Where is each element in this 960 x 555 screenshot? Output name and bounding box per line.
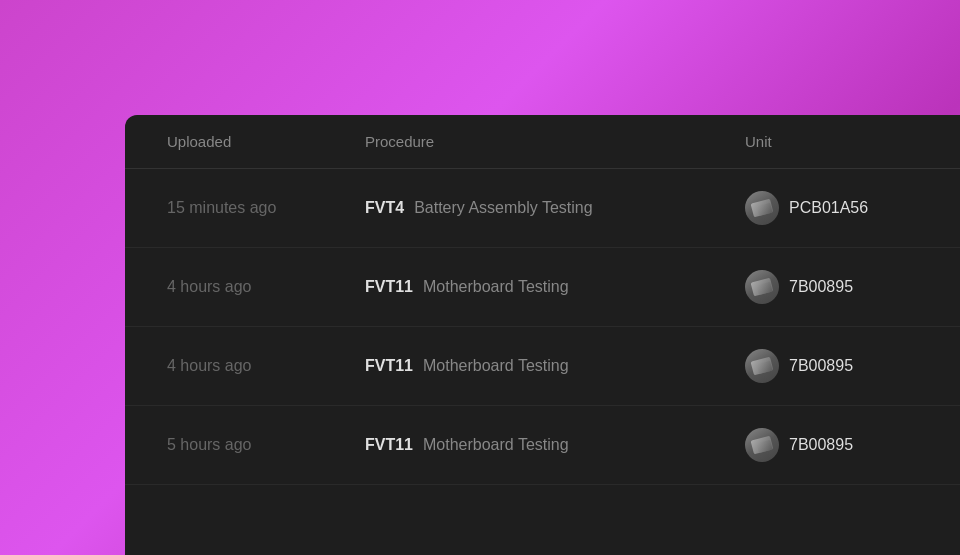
procedure-code: FVT11 — [365, 278, 413, 296]
table-row[interactable]: 4 hours ago FVT11 Motherboard Testing 7B… — [125, 327, 960, 406]
procedure-name: Motherboard Testing — [423, 436, 569, 454]
unit-icon — [745, 191, 779, 225]
table-container: Uploaded Procedure Unit 15 minutes ago F… — [125, 115, 960, 555]
main-panel: Uploaded Procedure Unit 15 minutes ago F… — [125, 115, 960, 555]
cell-unit: PCB01A56 — [725, 169, 960, 248]
cell-procedure: FVT11 Motherboard Testing — [345, 406, 725, 485]
data-table: Uploaded Procedure Unit 15 minutes ago F… — [125, 115, 960, 485]
table-header-row: Uploaded Procedure Unit — [125, 115, 960, 169]
unit-icon — [745, 349, 779, 383]
cell-uploaded: 4 hours ago — [125, 327, 345, 406]
table-row[interactable]: 15 minutes ago FVT4 Battery Assembly Tes… — [125, 169, 960, 248]
unit-id: 7B00895 — [789, 357, 853, 375]
cell-unit: 7B00895 — [725, 406, 960, 485]
procedure-code: FVT11 — [365, 436, 413, 454]
header-unit: Unit — [725, 115, 960, 169]
unit-icon — [745, 270, 779, 304]
unit-icon — [745, 428, 779, 462]
cell-procedure: FVT11 Motherboard Testing — [345, 327, 725, 406]
table-row[interactable]: 5 hours ago FVT11 Motherboard Testing 7B… — [125, 406, 960, 485]
procedure-name: Battery Assembly Testing — [414, 199, 592, 217]
unit-id: 7B00895 — [789, 278, 853, 296]
cell-uploaded: 5 hours ago — [125, 406, 345, 485]
cell-unit: 7B00895 — [725, 327, 960, 406]
header-uploaded: Uploaded — [125, 115, 345, 169]
table-row[interactable]: 4 hours ago FVT11 Motherboard Testing 7B… — [125, 248, 960, 327]
procedure-code: FVT11 — [365, 357, 413, 375]
procedure-code: FVT4 — [365, 199, 404, 217]
cell-procedure: FVT11 Motherboard Testing — [345, 248, 725, 327]
unit-id: PCB01A56 — [789, 199, 868, 217]
procedure-name: Motherboard Testing — [423, 357, 569, 375]
procedure-name: Motherboard Testing — [423, 278, 569, 296]
cell-unit: 7B00895 — [725, 248, 960, 327]
header-procedure: Procedure — [345, 115, 725, 169]
cell-procedure: FVT4 Battery Assembly Testing — [345, 169, 725, 248]
cell-uploaded: 4 hours ago — [125, 248, 345, 327]
cell-uploaded: 15 minutes ago — [125, 169, 345, 248]
unit-id: 7B00895 — [789, 436, 853, 454]
